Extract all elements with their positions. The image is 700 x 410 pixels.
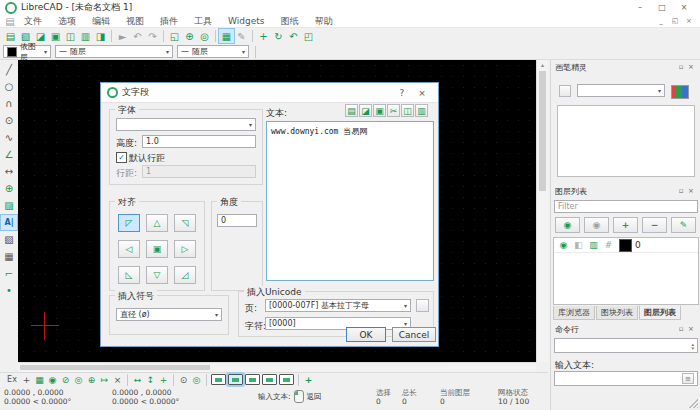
tab-library-browser[interactable]: 库浏览器 [553,306,595,320]
block-tool-icon[interactable]: ⊕ [1,181,17,196]
viewport-widget-icon-4[interactable] [262,374,277,385]
ok-button[interactable]: OK [346,327,386,342]
viewport-widget-icon-5[interactable] [279,374,294,385]
restrict-orthogonal-button[interactable]: + [157,374,170,386]
snap-on-entity-button[interactable]: ⊘ [59,374,72,386]
menu-file[interactable]: 文件 [16,15,50,28]
exclusive-snap-button[interactable]: Ex [4,374,20,386]
text-cut-icon[interactable]: ✂ [387,104,400,117]
window-resize-grip[interactable] [689,399,698,408]
align-bottom-left-button[interactable]: ◺ [118,266,140,284]
height-input[interactable]: 1.0 [142,135,256,148]
pan-view-button[interactable]: + [256,29,271,43]
layer-lock-icon[interactable]: ◧ [571,240,586,250]
text-load-icon[interactable]: ◪ [359,104,372,117]
align-middle-right-button[interactable]: ▷ [174,240,196,258]
align-top-right-button[interactable]: ◹ [174,214,196,232]
layer-color-swatch[interactable] [619,239,632,252]
viewport-widget-icon-1[interactable] [211,374,226,385]
help-icon[interactable]: ? [392,88,412,98]
align-top-left-button[interactable]: ◸ [118,214,140,232]
unicode-char-select[interactable]: [0000] ▾ [265,317,411,330]
viewport-widget-icon-2[interactable] [228,374,243,385]
command-history-field[interactable]: ▴ ▾ [554,338,698,353]
remove-layer-button[interactable]: − [642,217,667,233]
polyline-edit-tool-icon[interactable]: ⌐ [1,266,17,281]
print-preview-button[interactable]: ◨ [93,29,108,43]
insert-unicode-button[interactable] [416,299,429,312]
minimize-button[interactable]: – [629,3,651,12]
close-button[interactable]: × [673,3,695,12]
snap-grid-button[interactable]: ▦ [33,374,46,386]
float-icon[interactable]: ▫ [676,63,686,71]
layer-row[interactable]: ◉ ◧ ▥ # 0 [554,238,698,253]
kill-actions-button[interactable]: ► [115,29,130,43]
hatch-tool-icon[interactable]: ▨ [1,198,17,213]
menu-tools[interactable]: 工具 [186,15,220,28]
spline-tool-icon[interactable]: ∿ [1,130,17,145]
default-line-spacing-checkbox[interactable]: ✓ [116,152,127,163]
layer-name[interactable]: 0 [635,240,641,250]
point-tool-icon[interactable]: • [1,283,17,298]
maximize-button[interactable]: □ [651,3,673,12]
print-button[interactable]: ▥ [78,29,93,43]
close-icon[interactable]: × [412,88,432,98]
zoom-auto-button[interactable]: ◎ [197,29,212,43]
text-paste-icon[interactable]: ▥ [415,104,428,117]
linewidth-select[interactable]: — 随层 ▾ [177,45,249,58]
previous-view-button[interactable]: ↶ [286,29,301,43]
tab-layer-list[interactable]: 图层列表 [639,305,681,320]
horizontal-scrollbar[interactable] [18,362,536,372]
snap-distance-button[interactable]: ↦ [98,374,111,386]
hatch-pattern-tool-icon[interactable]: ▧ [1,232,17,247]
polyline-tool-icon[interactable]: ∠ [1,147,17,162]
grid-toggle-button[interactable]: ▦ [219,29,234,43]
save-button[interactable]: ▣ [48,29,63,43]
align-middle-center-button[interactable]: ▣ [146,240,168,258]
tab-block-list[interactable]: 图块列表 [596,306,638,320]
layer-filter-input[interactable]: Filter [554,200,698,213]
viewport-widget-icon-3[interactable] [245,374,260,385]
menu-edit[interactable]: 编辑 [84,15,118,28]
snap-middle-button[interactable]: ⊕ [85,374,98,386]
draft-mode-button[interactable]: ✎ [234,29,249,43]
text-editor[interactable]: www.downyi.com 当易网 [266,121,434,281]
snap-free-button[interactable]: + [20,374,33,386]
layer-construction-icon[interactable]: # [601,240,616,250]
show-all-layers-button[interactable]: ◉ [555,217,580,233]
align-top-center-button[interactable]: △ [146,214,168,232]
horizontal-scroll-thumb[interactable] [20,365,210,370]
restrict-horizontal-button[interactable]: ↔ [131,374,144,386]
new-document-button[interactable]: ▤ [3,29,18,43]
command-options-icon[interactable]: ≡ [682,373,694,384]
text-clear-icon[interactable]: ▤ [345,104,358,117]
text-copy-icon[interactable]: ◫ [401,104,414,117]
menu-widgets[interactable]: Widgets [220,16,272,26]
mdi-close-button[interactable]: × [682,17,696,25]
align-middle-left-button[interactable]: ◁ [118,240,140,258]
menu-options[interactable]: 选项 [50,15,84,28]
pen-apply-button[interactable] [559,85,571,97]
align-bottom-center-button[interactable]: ▽ [146,266,168,284]
align-bottom-right-button[interactable]: ◿ [174,266,196,284]
layer-print-icon[interactable]: ▥ [586,240,601,250]
font-select[interactable]: ▾ [116,118,256,131]
save-as-button[interactable]: ◫ [63,29,78,43]
zoom-in-button[interactable]: ⊕ [182,29,197,43]
scroll-up-icon[interactable]: ▴ [537,60,548,69]
menu-help[interactable]: 帮助 [306,15,340,28]
undo-button[interactable]: ↶ [130,29,145,43]
line-spacing-input[interactable]: 1 [142,165,256,178]
mdi-restore-button[interactable]: ◱ [668,17,682,25]
close-icon[interactable]: × [686,187,696,195]
ellipse-tool-icon[interactable]: ⊙ [1,113,17,128]
add-layer-button[interactable]: + [613,217,638,233]
dialog-titlebar[interactable]: 文字段 ? × [101,83,438,103]
zoom-window-button[interactable]: ◱ [167,29,182,43]
snap-endpoint-button[interactable]: ◉ [46,374,59,386]
layer-visible-icon[interactable]: ◉ [556,240,571,250]
menu-view[interactable]: 视图 [118,15,152,28]
ucs-add-button[interactable]: + [302,374,315,386]
snap-intersection-button[interactable]: × [111,374,124,386]
edit-layer-button[interactable]: ✎ [671,217,696,233]
